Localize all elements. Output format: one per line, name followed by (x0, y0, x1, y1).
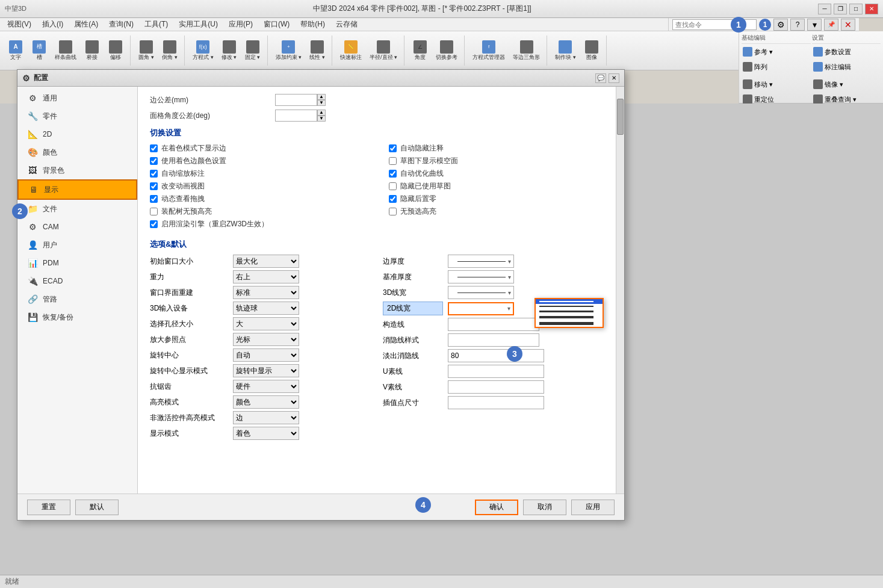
close-button[interactable]: ✕ (865, 4, 878, 14)
checkbox-r5[interactable] (389, 208, 397, 215)
apply-button[interactable]: 应用 (571, 500, 615, 515)
opt-select-6[interactable]: 自动 (233, 348, 299, 362)
checkbox-5[interactable] (150, 208, 158, 215)
menu-app[interactable]: 应用(P) (224, 18, 258, 31)
restore-button[interactable]: ❐ (834, 4, 847, 14)
checkbox-6[interactable] (150, 220, 158, 228)
checkbox-3[interactable] (150, 182, 158, 190)
menu-attr[interactable]: 属性(A) (69, 18, 103, 31)
menu-tools[interactable]: 工具(T) (140, 18, 173, 31)
line-thickness-0[interactable]: ▾ (448, 255, 514, 268)
eqmgr-button[interactable]: f 方程式管理器 (469, 37, 508, 64)
opt-select-4[interactable]: 大 (233, 317, 299, 330)
array-button[interactable]: 阵列 (742, 61, 811, 73)
sidebar-item-general[interactable]: ⚙ 通用 (17, 89, 137, 107)
halfdim-button[interactable]: 半径/直径 ▾ (367, 37, 400, 64)
makeblock-button[interactable]: 制作块 ▾ (552, 37, 579, 64)
line-thickness-2[interactable]: ▾ (448, 286, 514, 299)
checkbox-r0[interactable] (389, 144, 397, 152)
gear-button[interactable]: ⚙ (773, 19, 788, 31)
pin-button[interactable]: 📌 (824, 19, 838, 31)
slot-button[interactable]: 槽 槽 (28, 37, 50, 64)
sidebar-item-ecad[interactable]: 🔌 ECAD (17, 272, 137, 290)
line-thickness-3-dropdown[interactable]: ▾ (448, 302, 514, 315)
edge-tolerance-input[interactable]: 1 (275, 94, 317, 106)
fix-button[interactable]: 固定 ▾ (242, 37, 264, 64)
menu-view[interactable]: 视图(V) (2, 18, 36, 31)
line-option-4[interactable] (536, 320, 603, 327)
opt-right-input-8[interactable]: 1 (448, 380, 544, 394)
quickdim-button[interactable]: 📏 快速标注 (337, 37, 365, 64)
minimize-button[interactable]: ─ (818, 4, 831, 14)
opt-select-9[interactable]: 颜色 (233, 395, 299, 409)
line-option-1[interactable] (536, 304, 603, 309)
sidebar-item-background[interactable]: 🖼 背景色 (17, 161, 137, 179)
opt-select-10[interactable]: 边 (233, 411, 299, 424)
opt-right-input-4[interactable] (448, 318, 539, 331)
opt-select-11[interactable]: 着色 (233, 427, 299, 440)
content-scrollbar[interactable] (616, 87, 624, 494)
sidebar-item-pipe[interactable]: 🔗 管路 (17, 290, 137, 308)
menu-help[interactable]: 帮助(H) (296, 18, 330, 31)
sidebar-item-user[interactable]: 👤 用户 (17, 236, 137, 254)
checkbox-4[interactable] (150, 195, 158, 203)
offset-button[interactable]: 偏移 (105, 37, 126, 64)
menu-utils[interactable]: 实用工具(U) (174, 18, 223, 31)
opt-select-1[interactable]: 右上 (233, 270, 299, 283)
opt-right-input-9[interactable]: 0.001 (448, 396, 544, 409)
sidebar-item-file[interactable]: 📁 文件 (17, 200, 137, 218)
mirror-button[interactable]: 镜像 ▾ (812, 78, 881, 90)
dialog-close-button[interactable]: ✕ (609, 73, 619, 83)
help-button[interactable]: ? (790, 19, 805, 31)
sidebar-item-part[interactable]: 🔧 零件 (17, 107, 137, 125)
opt-select-0[interactable]: 最大化 (233, 255, 299, 268)
menu-query[interactable]: 查询(N) (104, 18, 138, 31)
addconstraint-button[interactable]: + 添加约束 ▾ (273, 37, 305, 64)
move-button[interactable]: 移动 ▾ (742, 78, 811, 90)
eqtri-button[interactable]: 等边三角形 (510, 37, 543, 64)
image-button[interactable]: 图像 (581, 37, 603, 64)
equation-button[interactable]: f(x) 方程式 ▾ (190, 37, 217, 64)
line-option-0[interactable] (536, 299, 603, 304)
line-option-3[interactable] (536, 314, 603, 320)
dialog-chat-button[interactable]: 💬 (595, 73, 606, 83)
opt-select-3[interactable]: 轨迹球 (233, 302, 299, 315)
options-button[interactable]: ▾ (807, 19, 822, 31)
menu-cloud[interactable]: 云存储 (331, 18, 362, 31)
sidebar-item-display[interactable]: 🖥 显示 (17, 179, 137, 200)
line-width-dropdown-popup[interactable] (534, 298, 604, 328)
line-thickness-1[interactable]: ▾ (448, 270, 514, 283)
sidebar-item-backup[interactable]: 💾 恢复/备份 (17, 308, 137, 326)
face-angle-down[interactable]: ▼ (317, 116, 326, 122)
menu-insert[interactable]: 插入(I) (37, 18, 68, 31)
winclose-button[interactable]: ✕ (841, 19, 855, 31)
opt-select-5[interactable]: 光标 (233, 333, 299, 346)
linear-button[interactable]: 线性 ▾ (306, 37, 328, 64)
checkbox-r1[interactable] (389, 157, 397, 165)
line-option-2[interactable] (536, 309, 603, 314)
chamfer-button[interactable]: 倒角 ▾ (159, 37, 181, 64)
checkbox-2[interactable] (150, 170, 158, 178)
opt-select-7[interactable]: 旋转中显示 (233, 364, 299, 377)
text-button[interactable]: A 文字 (5, 37, 26, 64)
menu-window[interactable]: 窗口(W) (259, 18, 294, 31)
opt-select-2[interactable]: 标准 (233, 286, 299, 299)
sidebar-item-2d[interactable]: 📐 2D (17, 125, 137, 143)
switchref-button[interactable]: 切换参考 (433, 37, 460, 64)
bridge-button[interactable]: 桥接 (81, 37, 103, 64)
checkbox-r3[interactable] (389, 182, 397, 190)
confirm-button[interactable]: 确认 (475, 500, 518, 515)
opt-right-input-5[interactable] (448, 333, 539, 347)
checkbox-r2[interactable] (389, 170, 397, 178)
edge-tolerance-down[interactable]: ▼ (317, 100, 326, 106)
reset-button[interactable]: 重置 (27, 500, 70, 515)
fillet-button[interactable]: 圆角 ▾ (135, 37, 157, 64)
default-button[interactable]: 默认 (75, 500, 119, 515)
sidebar-item-cam[interactable]: ⚙ CAM (17, 218, 137, 236)
edge-tolerance-up[interactable]: ▲ (317, 94, 326, 100)
maximize-button[interactable]: □ (849, 4, 863, 14)
opt-right-input-6[interactable]: 80 (448, 349, 544, 362)
sidebar-item-color[interactable]: 🎨 颜色 (17, 143, 137, 161)
checkbox-0[interactable] (150, 144, 158, 152)
dim-edit-button[interactable]: 标注编辑 (812, 61, 881, 73)
